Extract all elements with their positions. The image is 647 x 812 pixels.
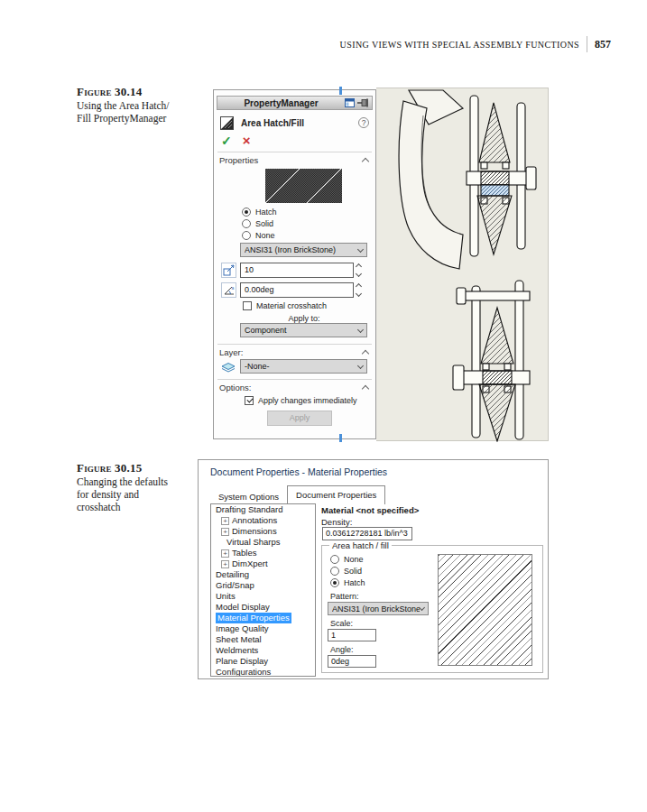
- tree-item-model-display[interactable]: Model Display: [211, 602, 315, 613]
- group-legend: Area hatch / fill: [329, 540, 392, 550]
- caption-line: crosshatch: [77, 501, 199, 513]
- radio-button[interactable]: [330, 555, 339, 564]
- options-section-header[interactable]: Options:: [219, 383, 368, 392]
- figure-label: Figure 30.15: [77, 461, 199, 475]
- density-input[interactable]: 0.03612728181 lb/in^3: [322, 527, 412, 540]
- chevron-down-icon: [419, 604, 425, 611]
- tree-item-image-quality[interactable]: Image Quality: [211, 623, 315, 634]
- tree-item-annotations[interactable]: Annotations: [211, 515, 315, 526]
- tree-item-sheet-metal[interactable]: Sheet Metal: [211, 634, 315, 645]
- hatch-angle-input[interactable]: 0.00deg: [240, 282, 354, 298]
- pattern-dropdown[interactable]: ANSI31 (Iron BrickStone): [240, 243, 367, 257]
- expand-icon[interactable]: [221, 517, 229, 525]
- scale-spinner[interactable]: [356, 264, 361, 276]
- svg-text:a: a: [231, 285, 234, 291]
- splitter-handle[interactable]: [339, 87, 342, 95]
- expand-icon[interactable]: [221, 549, 229, 558]
- graphics-area: [376, 88, 549, 441]
- ok-check-icon[interactable]: [221, 134, 232, 148]
- tree-item-grid-snap[interactable]: Grid/Snap: [211, 580, 315, 591]
- assembly-drawing: [376, 88, 549, 442]
- radio-hatch[interactable]: Hatch: [242, 208, 277, 217]
- figure-label: Figure 30.14: [77, 85, 199, 99]
- apply-button[interactable]: Apply: [267, 411, 332, 426]
- expand-icon[interactable]: [221, 528, 229, 536]
- help-icon[interactable]: [358, 117, 369, 128]
- tree-item-material-properties[interactable]: Material Properties: [211, 613, 315, 623]
- splitter-handle[interactable]: [339, 434, 342, 442]
- caption-line: Using the Area Hatch/: [77, 99, 199, 112]
- density-label: Density:: [321, 517, 352, 527]
- spin-down-icon: [356, 270, 362, 276]
- tree-item-tables[interactable]: Tables: [211, 548, 315, 558]
- property-manager-header: PropertyManager: [217, 96, 373, 110]
- divider: [217, 379, 372, 380]
- panel-layout-icon[interactable]: [345, 98, 355, 107]
- angle-spinner[interactable]: [356, 284, 361, 296]
- layer-dropdown[interactable]: -None-: [240, 359, 367, 374]
- caption-line: for density and: [77, 488, 199, 501]
- tab-document-properties[interactable]: Document Properties: [287, 485, 385, 504]
- upper-link-assembly[interactable]: [467, 96, 536, 256]
- chevron-down-icon: [357, 326, 364, 332]
- material-crosshatch-checkbox[interactable]: Material crosshatch: [243, 301, 327, 310]
- collapse-chevron-icon[interactable]: [362, 385, 369, 392]
- tree-item-dimxpert[interactable]: DimXpert: [211, 558, 315, 569]
- tree-item-weldments[interactable]: Weldments: [211, 645, 315, 656]
- pattern-dropdown[interactable]: ANSI31 (Iron BrickStone): [328, 602, 429, 615]
- hatch-scale-icon: [221, 263, 236, 278]
- tab-system-options[interactable]: System Options: [210, 489, 287, 504]
- checkbox[interactable]: [245, 396, 254, 405]
- properties-section-header[interactable]: Properties: [219, 155, 368, 165]
- material-label: Material <not specified>: [321, 505, 419, 515]
- tree-item-drafting-standard[interactable]: Drafting Standard: [211, 504, 315, 515]
- selected-area-hatch[interactable]: [481, 185, 509, 196]
- cancel-x-icon[interactable]: [243, 133, 251, 148]
- layer-section-header[interactable]: Layer:: [219, 347, 368, 357]
- spin-up-icon: [356, 263, 362, 269]
- document-properties-dialog: Document Properties - Material Propertie…: [198, 459, 549, 679]
- collapse-chevron-icon[interactable]: [362, 158, 369, 165]
- tree-item-detailing[interactable]: Detailing: [211, 569, 315, 580]
- checkbox[interactable]: [243, 301, 252, 310]
- expand-icon[interactable]: [221, 560, 229, 568]
- radio-none[interactable]: None: [330, 555, 364, 564]
- radio-solid[interactable]: Solid: [330, 567, 362, 576]
- caption-line: Fill PropertyManager: [77, 112, 199, 125]
- apply-immediately-checkbox[interactable]: Apply changes immediately: [245, 396, 357, 405]
- lower-link-assembly[interactable]: [453, 281, 530, 441]
- radio-button[interactable]: [242, 208, 251, 217]
- radio-button[interactable]: [242, 231, 251, 240]
- tab-strip: System Options Document Properties: [210, 485, 385, 504]
- radio-button[interactable]: [330, 578, 339, 587]
- tree-item-virtual-sharps[interactable]: Virtual Sharps: [211, 537, 315, 548]
- scale-label: Scale:: [330, 619, 353, 628]
- pin-icon[interactable]: [357, 98, 369, 107]
- tree-item-configurations[interactable]: Configurations: [211, 667, 315, 677]
- tree-item-dimensions[interactable]: Dimensions: [211, 526, 315, 537]
- angle-input[interactable]: 0deg: [328, 655, 376, 668]
- hatch-pattern-preview: [438, 554, 532, 666]
- scale-input[interactable]: 1: [328, 629, 376, 641]
- page-number: 857: [595, 38, 611, 51]
- feature-title: Area Hatch/Fill: [241, 118, 358, 128]
- divider: [217, 152, 372, 152]
- collapse-chevron-icon[interactable]: [362, 350, 369, 357]
- tree-item-units[interactable]: Units: [211, 591, 315, 602]
- tree-item-plane-display[interactable]: Plane Display: [211, 656, 315, 667]
- hatch-angle-icon: a: [221, 282, 236, 298]
- hatch-scale-input[interactable]: 10: [240, 263, 354, 278]
- spin-up-icon: [356, 282, 362, 289]
- area-hatch-icon: [220, 116, 234, 130]
- radio-button[interactable]: [242, 219, 251, 228]
- figure-30-14-image: PropertyManager Area Hatch/Fill Pro: [213, 88, 549, 441]
- panel-title: PropertyManager: [217, 98, 345, 108]
- elbow-part[interactable]: [399, 90, 463, 269]
- dialog-title: Document Properties - Material Propertie…: [210, 466, 387, 477]
- apply-to-dropdown[interactable]: Component: [240, 323, 367, 337]
- chevron-down-icon: [357, 362, 364, 368]
- radio-button[interactable]: [330, 567, 339, 576]
- radio-solid[interactable]: Solid: [242, 219, 273, 228]
- radio-none[interactable]: None: [242, 231, 275, 240]
- radio-hatch[interactable]: Hatch: [330, 578, 365, 587]
